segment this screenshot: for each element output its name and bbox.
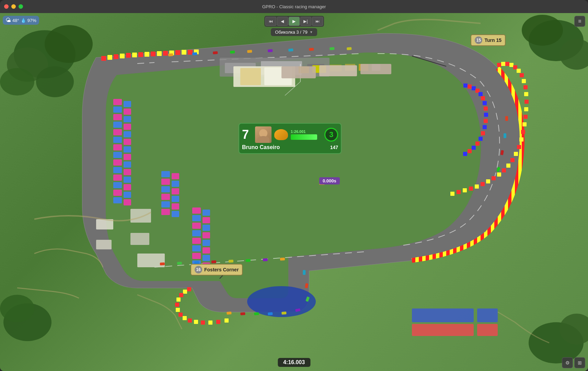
grid-button[interactable]: ⊞: [574, 357, 585, 368]
driver-progress-bar: [291, 134, 317, 140]
svg-rect-97: [124, 131, 131, 137]
svg-rect-51: [472, 86, 476, 90]
svg-rect-21: [505, 62, 509, 66]
svg-rect-178: [230, 50, 235, 54]
svg-rect-44: [475, 184, 479, 189]
svg-rect-105: [124, 192, 131, 198]
svg-rect-124: [192, 245, 201, 251]
svg-rect-154: [194, 320, 198, 324]
svg-rect-200: [268, 312, 273, 315]
fosters-corner-label: 16 Fosters Corner: [191, 264, 243, 276]
maximize-button[interactable]: [19, 4, 23, 9]
humidity: 97%: [27, 18, 36, 23]
svg-rect-89: [113, 175, 122, 181]
svg-rect-84: [113, 137, 122, 143]
svg-rect-114: [172, 181, 179, 187]
svg-rect-54: [481, 96, 485, 100]
weather-widget: 🌤 48° 💧 97%: [3, 16, 39, 25]
nav-next-button[interactable]: ▶|: [300, 17, 311, 26]
svg-rect-62: [475, 142, 480, 146]
svg-rect-96: [124, 124, 131, 130]
driver-speed: 147: [330, 145, 338, 150]
minimize-button[interactable]: [11, 4, 16, 9]
svg-rect-91: [113, 190, 122, 196]
svg-rect-161: [114, 54, 118, 59]
nav-button-group: ⏮ ◀ ▶ ▶| ⏭: [264, 16, 324, 27]
svg-rect-35: [517, 145, 521, 149]
svg-rect-146: [183, 290, 187, 294]
svg-rect-20: [501, 62, 505, 66]
svg-rect-57: [484, 113, 488, 117]
svg-rect-147: [179, 293, 183, 297]
svg-rect-47: [457, 190, 461, 194]
svg-rect-198: [240, 312, 245, 315]
svg-rect-31: [523, 115, 528, 119]
svg-rect-93: [124, 101, 131, 107]
svg-rect-28: [524, 92, 528, 96]
driver-name: Bruno Caseiro: [242, 144, 280, 150]
race-track: [0, 13, 588, 371]
nav-play-button[interactable]: ▶: [289, 17, 300, 26]
svg-rect-115: [172, 188, 179, 194]
svg-rect-90: [113, 182, 122, 188]
svg-rect-38: [506, 164, 510, 168]
svg-rect-100: [124, 154, 131, 160]
fosters-number: 16: [195, 266, 202, 273]
svg-rect-42: [486, 179, 490, 183]
svg-rect-24: [517, 69, 521, 73]
nav-first-button[interactable]: ⏮: [265, 17, 276, 26]
navigation-controls: ⏮ ◀ ▶ ▶| ⏭ Обиколка 3 / 79 ▼: [264, 16, 324, 36]
svg-rect-41: [492, 176, 496, 180]
svg-rect-106: [124, 199, 131, 205]
svg-rect-171: [175, 50, 180, 55]
svg-rect-149: [175, 303, 179, 307]
svg-rect-40: [497, 172, 501, 177]
svg-rect-86: [113, 152, 122, 158]
svg-rect-25: [520, 73, 524, 77]
menu-button[interactable]: ≡: [574, 16, 585, 27]
turn-15-text: Turn 15: [484, 37, 501, 43]
driver-helmet: [274, 129, 288, 140]
nav-last-button[interactable]: ⏭: [312, 17, 323, 26]
svg-rect-85: [113, 144, 122, 150]
svg-rect-53: [479, 92, 483, 96]
close-button[interactable]: [4, 4, 9, 9]
svg-rect-80: [113, 106, 122, 113]
temperature: 48°: [12, 18, 19, 23]
svg-rect-152: [183, 316, 187, 320]
humidity-icon: 💧: [21, 18, 26, 23]
svg-rect-195: [177, 262, 182, 265]
svg-rect-19: [497, 63, 501, 67]
svg-rect-176: [192, 52, 197, 55]
driver-photo: [255, 126, 272, 143]
svg-rect-36: [514, 152, 518, 156]
driver-card: 7 1:26.001 3 Bruno Caseiro 147: [239, 123, 342, 154]
svg-rect-142: [477, 308, 498, 322]
svg-rect-183: [330, 47, 334, 50]
svg-rect-196: [160, 262, 165, 265]
svg-rect-26: [522, 79, 526, 83]
titlebar: GPRO - Classic racing manager: [0, 0, 588, 13]
svg-rect-212: [281, 66, 316, 78]
svg-rect-135: [130, 209, 151, 223]
svg-rect-155: [201, 321, 205, 325]
svg-rect-117: [172, 203, 179, 210]
svg-rect-163: [126, 53, 131, 58]
svg-rect-164: [132, 53, 137, 57]
lap-text: Обиколка 3 / 79: [275, 30, 308, 35]
svg-rect-192: [229, 260, 233, 262]
svg-rect-29: [524, 100, 529, 104]
svg-rect-71: [240, 68, 261, 85]
svg-rect-111: [161, 201, 170, 207]
svg-rect-88: [113, 167, 122, 173]
settings-button[interactable]: ⚙: [562, 357, 573, 368]
svg-rect-50: [468, 85, 472, 89]
car-number: 7: [242, 128, 252, 141]
lap-indicator[interactable]: Обиколка 3 / 79 ▼: [271, 28, 317, 36]
svg-rect-157: [216, 320, 220, 324]
nav-prev-button[interactable]: ◀: [277, 17, 288, 26]
svg-rect-181: [288, 48, 293, 52]
svg-rect-64: [468, 149, 472, 153]
svg-rect-153: [188, 318, 192, 323]
svg-rect-177: [213, 51, 218, 54]
